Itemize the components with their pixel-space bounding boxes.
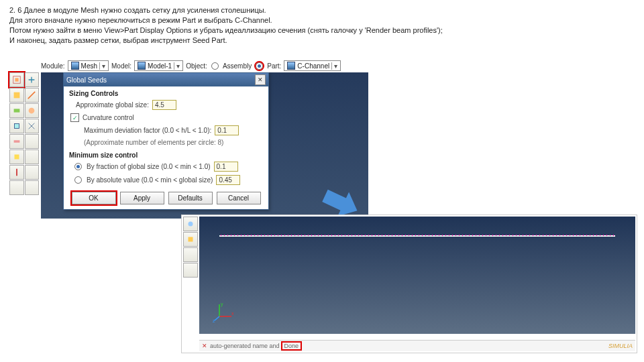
svg-rect-2 bbox=[13, 93, 19, 99]
cancel-button[interactable]: Cancel bbox=[217, 192, 261, 204]
byfrac-input[interactable]: 0.1 bbox=[214, 162, 238, 172]
instructions-block: 2. 6 Далее в модуле Mesh нужно создать с… bbox=[0, 0, 644, 48]
seed-part-tool-icon[interactable] bbox=[9, 72, 24, 87]
section-heading: Sizing Controls bbox=[64, 86, 268, 99]
tool-icon[interactable] bbox=[183, 217, 198, 231]
model-label: Model: bbox=[111, 62, 131, 70]
svg-point-8 bbox=[189, 222, 193, 227]
tool-icon[interactable] bbox=[9, 88, 24, 103]
toolbox-mini bbox=[183, 217, 198, 278]
radio-part[interactable] bbox=[256, 62, 263, 70]
tool-icon[interactable] bbox=[25, 72, 40, 87]
svg-rect-3 bbox=[13, 109, 19, 112]
tool-icon[interactable] bbox=[25, 165, 40, 180]
svg-rect-1 bbox=[15, 78, 18, 81]
radio-assembly[interactable] bbox=[211, 62, 219, 70]
done-button[interactable]: Done bbox=[282, 343, 301, 349]
instruction-line: Потом нужно зайти в меню View>Part Displ… bbox=[9, 25, 635, 36]
byabs-input[interactable]: 0.45 bbox=[216, 175, 240, 185]
tool-icon[interactable] bbox=[183, 263, 198, 278]
svg-text:y: y bbox=[221, 302, 223, 307]
instruction-line: И наконец, задать размер сетки, выбрав и… bbox=[9, 36, 635, 46]
tool-icon[interactable] bbox=[9, 149, 24, 164]
svg-rect-9 bbox=[189, 237, 193, 242]
tool-icon[interactable] bbox=[183, 247, 198, 262]
close-icon[interactable]: ✕ bbox=[255, 74, 266, 85]
module-select[interactable]: Mesh▾ bbox=[68, 60, 109, 71]
part-label: Part: bbox=[267, 62, 281, 70]
tool-icon[interactable] bbox=[25, 103, 40, 118]
status-bar: ✕ auto-generated name and Done SIMULIA bbox=[199, 340, 635, 351]
approx-size-label: Approximate global size: bbox=[76, 101, 149, 109]
byfrac-label: By fraction of global size (0.0 < min < … bbox=[87, 163, 211, 170]
maxdev-label: Maximum deviation factor (0.0 < h/L < 1.… bbox=[84, 127, 211, 134]
svg-rect-6 bbox=[13, 140, 19, 143]
section-heading: Minimum size control bbox=[64, 148, 268, 160]
screenshot-mesh-dialog: Module: Mesh▾ Model: Model-1▾ Object: As… bbox=[9, 60, 372, 221]
tool-icon[interactable] bbox=[9, 134, 24, 149]
ok-button[interactable]: OK bbox=[72, 192, 116, 204]
svg-line-12 bbox=[215, 316, 219, 320]
svg-text:x: x bbox=[231, 311, 234, 316]
brand-logo: SIMULIA bbox=[608, 343, 633, 349]
instruction-line: Для этого вначале нужно переключиться в … bbox=[9, 15, 635, 25]
tool-icon[interactable] bbox=[9, 180, 24, 195]
viewport-result[interactable]: y x z bbox=[199, 217, 635, 334]
svg-text:z: z bbox=[213, 318, 215, 323]
curvature-checkbox[interactable]: ✓ bbox=[70, 113, 79, 122]
radio-by-absolute[interactable] bbox=[74, 176, 82, 184]
context-bar: Module: Mesh▾ Model: Model-1▾ Object: As… bbox=[41, 60, 341, 71]
instruction-line: 2. 6 Далее в модуле Mesh нужно создать с… bbox=[9, 5, 635, 15]
tool-icon[interactable] bbox=[25, 180, 40, 195]
object-label: Object: bbox=[186, 62, 207, 70]
radio-by-fraction[interactable] bbox=[74, 163, 82, 170]
tool-icon[interactable] bbox=[9, 119, 24, 133]
screenshot-seeded-part: y x z ✕ auto-generated name and Done SIM… bbox=[181, 215, 637, 353]
dialog-titlebar[interactable]: Global Seeds ✕ bbox=[64, 73, 268, 86]
tool-icon[interactable] bbox=[9, 165, 24, 180]
dialog-button-row: OK Apply Defaults Cancel bbox=[64, 187, 268, 209]
tool-icon[interactable] bbox=[9, 103, 24, 118]
maxdev-input[interactable]: 0.1 bbox=[215, 125, 239, 135]
tool-icon[interactable] bbox=[183, 232, 198, 247]
global-seeds-dialog: Global Seeds ✕ Sizing Controls Approxima… bbox=[63, 72, 269, 210]
svg-rect-7 bbox=[14, 155, 19, 160]
seed-markers bbox=[219, 233, 615, 237]
dialog-title: Global Seeds bbox=[66, 76, 107, 84]
curvature-label: Curvature control bbox=[83, 114, 134, 121]
tool-icon[interactable] bbox=[25, 88, 40, 103]
svg-rect-5 bbox=[14, 124, 19, 129]
assembly-label: Assembly bbox=[223, 62, 252, 70]
defaults-button[interactable]: Defaults bbox=[168, 192, 213, 204]
model-select[interactable]: Model-1▾ bbox=[134, 60, 183, 71]
module-label: Module: bbox=[41, 62, 65, 70]
approx-size-input[interactable]: 4.5 bbox=[152, 100, 176, 110]
status-text: auto-generated name and bbox=[210, 343, 280, 349]
triad-axes-icon: y x z bbox=[213, 300, 235, 324]
byabs-label: By absolute value (0.0 < min < global si… bbox=[87, 176, 213, 184]
apply-button[interactable]: Apply bbox=[120, 192, 164, 204]
toolbox-left bbox=[9, 72, 39, 195]
approx-elements-note: (Approximate number of elements per circ… bbox=[64, 137, 268, 148]
tool-icon[interactable] bbox=[25, 149, 40, 164]
svg-point-4 bbox=[29, 108, 35, 114]
part-select[interactable]: C-Channel▾ bbox=[284, 60, 341, 71]
tool-icon[interactable] bbox=[25, 134, 40, 149]
tool-icon[interactable] bbox=[25, 119, 40, 133]
